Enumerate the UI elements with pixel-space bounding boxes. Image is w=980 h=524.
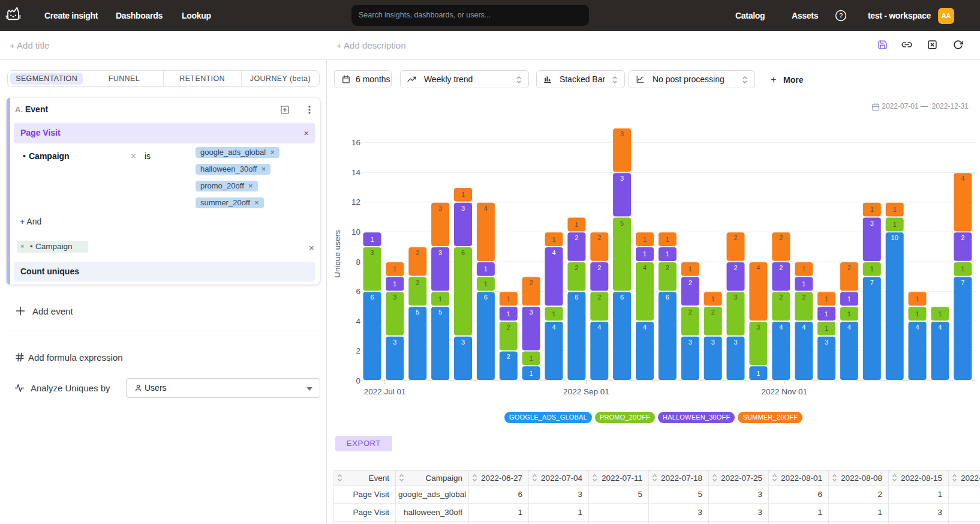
svg-text:2: 2: [689, 309, 692, 316]
svg-text:4: 4: [847, 324, 851, 331]
svg-text:2: 2: [847, 264, 851, 271]
svg-text:3: 3: [370, 249, 374, 256]
svg-text:1: 1: [393, 265, 396, 273]
svg-text:3: 3: [756, 324, 760, 331]
svg-text:1: 1: [643, 236, 647, 243]
svg-text:1: 1: [802, 280, 805, 288]
svg-text:1: 1: [893, 221, 897, 228]
svg-text:12: 12: [351, 197, 360, 206]
svg-text:Unique users: Unique users: [333, 230, 342, 278]
svg-text:1: 1: [393, 280, 396, 288]
svg-text:10: 10: [351, 227, 360, 236]
svg-text:1: 1: [484, 265, 488, 273]
svg-text:4: 4: [643, 264, 647, 271]
svg-text:4: 4: [356, 317, 360, 326]
svg-text:1: 1: [825, 310, 828, 318]
svg-text:2: 2: [779, 294, 783, 301]
svg-text:1: 1: [643, 250, 647, 257]
svg-text:1: 1: [915, 295, 919, 303]
svg-text:3: 3: [734, 294, 737, 301]
svg-text:7: 7: [961, 279, 964, 286]
svg-text:1: 1: [825, 325, 828, 332]
svg-text:2: 2: [575, 264, 578, 271]
svg-text:1: 1: [507, 310, 510, 318]
svg-text:1: 1: [711, 295, 715, 303]
svg-text:3: 3: [870, 220, 874, 227]
svg-text:2: 2: [507, 324, 510, 331]
svg-text:1: 1: [370, 236, 374, 243]
svg-text:1: 1: [666, 236, 669, 243]
svg-text:1: 1: [530, 370, 533, 377]
svg-text:1: 1: [530, 355, 533, 362]
svg-text:2: 2: [689, 279, 692, 286]
svg-text:6: 6: [484, 294, 488, 301]
svg-text:3: 3: [689, 339, 692, 346]
svg-text:2: 2: [597, 294, 601, 301]
svg-text:2: 2: [779, 264, 783, 271]
svg-text:2022 Jul 01: 2022 Jul 01: [364, 387, 406, 396]
svg-text:3: 3: [620, 175, 624, 182]
svg-text:4: 4: [643, 324, 647, 331]
svg-text:1: 1: [961, 265, 964, 273]
svg-text:2022 Nov 01: 2022 Nov 01: [761, 387, 807, 396]
svg-text:4: 4: [802, 324, 805, 331]
svg-text:14: 14: [351, 168, 361, 177]
svg-text:1: 1: [938, 310, 942, 318]
svg-text:?: ?: [839, 12, 843, 19]
svg-text:4: 4: [938, 324, 942, 331]
svg-text:1: 1: [893, 206, 897, 213]
svg-text:2: 2: [530, 279, 533, 286]
svg-text:4: 4: [756, 264, 760, 271]
svg-text:1: 1: [870, 206, 874, 213]
svg-text:6: 6: [461, 249, 465, 256]
svg-text:6: 6: [370, 294, 374, 301]
svg-text:3: 3: [393, 339, 396, 346]
svg-text:8: 8: [356, 257, 360, 267]
svg-text:3: 3: [711, 339, 715, 346]
svg-text:2: 2: [597, 234, 601, 241]
svg-text:1: 1: [552, 236, 555, 243]
svg-text:6: 6: [620, 294, 624, 301]
svg-text:3: 3: [530, 309, 533, 316]
svg-text:1: 1: [484, 280, 488, 288]
svg-text:2: 2: [802, 294, 805, 301]
svg-text:1: 1: [756, 370, 760, 377]
svg-text:1: 1: [552, 310, 555, 318]
svg-text:1: 1: [825, 295, 828, 303]
svg-text:0: 0: [356, 376, 360, 385]
svg-text:5: 5: [620, 220, 624, 227]
svg-text:3: 3: [438, 205, 442, 212]
svg-text:1: 1: [575, 221, 578, 228]
svg-text:16: 16: [351, 138, 360, 147]
svg-text:3: 3: [461, 205, 465, 212]
svg-text:5: 5: [438, 309, 442, 316]
svg-text:2: 2: [416, 249, 419, 256]
svg-text:6: 6: [666, 294, 669, 301]
svg-text:4: 4: [552, 324, 555, 331]
svg-text:1: 1: [666, 250, 669, 257]
svg-text:1: 1: [461, 191, 465, 198]
svg-text:2: 2: [734, 264, 737, 271]
svg-text:2022 Sep 01: 2022 Sep 01: [563, 387, 609, 396]
svg-text:6: 6: [356, 287, 360, 296]
svg-text:1: 1: [507, 295, 510, 303]
svg-text:4: 4: [961, 175, 964, 182]
svg-text:1: 1: [847, 295, 851, 303]
svg-text:3: 3: [438, 249, 442, 256]
svg-text:4: 4: [779, 324, 783, 331]
svg-text:10: 10: [891, 234, 898, 241]
svg-text:1: 1: [870, 265, 874, 273]
svg-text:2: 2: [666, 264, 669, 271]
svg-text:4: 4: [552, 249, 555, 256]
svg-text:4: 4: [484, 205, 488, 212]
svg-text:1: 1: [438, 295, 442, 303]
svg-text:3: 3: [620, 130, 624, 137]
svg-text:1: 1: [802, 265, 805, 273]
svg-text:1: 1: [847, 310, 851, 318]
svg-text:2: 2: [356, 346, 360, 355]
svg-text:1: 1: [689, 265, 692, 273]
svg-text:3: 3: [825, 339, 828, 346]
svg-text:2: 2: [734, 234, 737, 241]
svg-text:2: 2: [961, 234, 964, 241]
svg-text:6: 6: [575, 294, 578, 301]
